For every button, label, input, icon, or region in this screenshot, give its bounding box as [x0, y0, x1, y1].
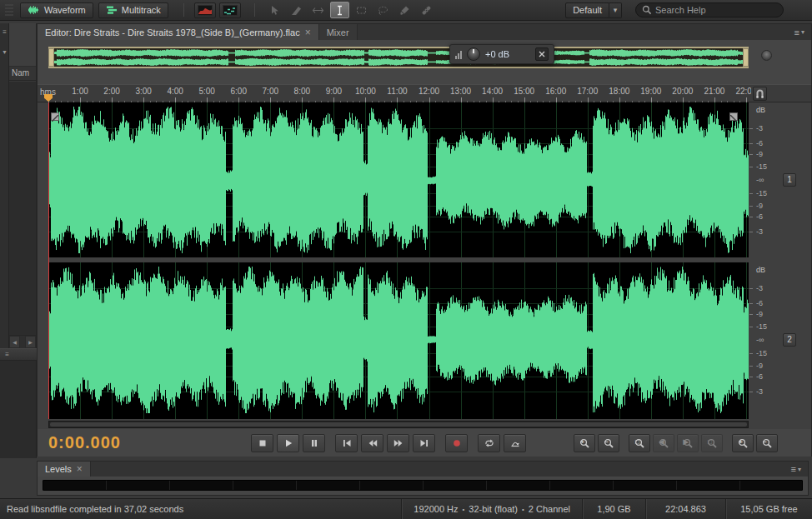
pause-button[interactable]: [303, 434, 325, 452]
mixer-tab-label: Mixer: [327, 27, 349, 37]
zoom-reset-button[interactable]: □: [701, 434, 723, 452]
move-tool[interactable]: [265, 2, 284, 18]
ruler-tick-label: 9:00: [326, 87, 342, 96]
editor-panel: Editor: Dire Straits - Dire Straits 1978…: [37, 23, 812, 457]
workspace-value: Default: [565, 2, 609, 18]
paintbrush-selection-tool[interactable]: [395, 2, 414, 18]
db-scale-label: -3: [756, 227, 763, 236]
channel-2-button[interactable]: 2: [783, 333, 796, 347]
db-scale-tick: [749, 232, 753, 232]
navigator-left-handle[interactable]: [48, 48, 54, 67]
levels-tab-bar: Levels × ≡▾: [38, 462, 808, 477]
skip-to-end-button[interactable]: [413, 434, 435, 452]
time-selection-tool-icon: [333, 4, 346, 17]
zoom-selection-out-button[interactable]: ▶: [677, 434, 699, 452]
tab-close-icon[interactable]: ×: [305, 28, 311, 37]
lasso-selection-tool-icon: [377, 4, 389, 17]
waveform-view-button[interactable]: Waveform: [20, 2, 93, 18]
db-scale-label: -15: [756, 189, 767, 197]
levels-tab[interactable]: Levels ×: [38, 462, 91, 477]
hud-dock-button[interactable]: [535, 47, 549, 61]
spot-healing-brush-tool-icon: [420, 4, 433, 17]
rewind-button[interactable]: [361, 434, 383, 452]
skip-to-start-button[interactable]: [335, 434, 358, 452]
mixer-tab[interactable]: Mixer: [319, 24, 358, 40]
loop-playback-button[interactable]: [478, 434, 500, 452]
navigator-right-handle[interactable]: [743, 48, 749, 67]
status-sample-rate: 192000 Hz: [414, 504, 458, 514]
zoom-in-time-button[interactable]: +: [574, 434, 595, 452]
fade-in-handle[interactable]: [51, 112, 59, 121]
db-scale-label: -15: [756, 349, 767, 357]
volume-knob[interactable]: [467, 47, 480, 61]
snap-toggle-button[interactable]: [753, 87, 767, 101]
zoom-in-amplitude-button[interactable]: +: [732, 434, 754, 452]
scrollbar-thumb[interactable]: [50, 422, 747, 427]
panel-menu-icon[interactable]: ≡: [0, 27, 9, 37]
stop-button[interactable]: [251, 434, 273, 452]
status-free-space: 15,05 GB free: [725, 499, 812, 519]
hud-volume-panel[interactable]: +0 dB: [449, 44, 554, 64]
play-button[interactable]: [277, 434, 299, 452]
zoom-out-amplitude-button[interactable]: −: [756, 434, 778, 452]
zoom-to-selection-button[interactable]: □: [629, 434, 650, 452]
fade-out-handle[interactable]: [729, 112, 738, 121]
ruler-tick-label: 15:00: [514, 87, 534, 96]
workspace-chevron-icon[interactable]: ▾: [609, 2, 622, 18]
scroll-right-icon[interactable]: ▶: [25, 336, 36, 348]
scroll-left-icon[interactable]: ◀: [9, 336, 20, 348]
slip-tool-icon: [312, 4, 324, 17]
workspace-selector[interactable]: Default ▾: [565, 2, 622, 18]
ruler-tick-label: 7:00: [263, 87, 278, 96]
record-button[interactable]: [445, 434, 468, 452]
horizontal-scrollbar[interactable]: [48, 421, 749, 428]
files-name-column-header[interactable]: Nam: [9, 67, 36, 81]
marquee-selection-tool[interactable]: [352, 2, 371, 18]
db-scale-tick: [749, 167, 753, 167]
ruler-tick-layer: 1:002:003:004:005:006:007:008:009:0010:0…: [38, 85, 751, 103]
files-hscrollbar[interactable]: ◀ ▶: [9, 335, 36, 348]
db-scale-label: -15: [756, 162, 767, 171]
toolbar-separator: [183, 3, 184, 17]
waveform-canvas[interactable]: [48, 102, 749, 419]
editor-tab[interactable]: Editor: Dire Straits - Dire Straits 1978…: [38, 24, 319, 40]
panel-menu-icon[interactable]: ≡: [3, 350, 12, 360]
waveform-button-label: Waveform: [44, 5, 86, 15]
search-box[interactable]: [635, 2, 784, 17]
levels-panel: Levels × ≡▾: [37, 461, 809, 496]
panel-menu-icon[interactable]: ≡▾: [788, 24, 811, 40]
collapse-panel-icon[interactable]: ▼: [0, 47, 9, 57]
db-scale-tick: [749, 154, 753, 155]
zoom-selection-in-button[interactable]: ◀: [653, 434, 674, 452]
razor-tool[interactable]: [287, 2, 306, 18]
time-selection-tool[interactable]: [330, 2, 349, 18]
razor-tool-icon: [290, 4, 303, 17]
time-display[interactable]: 0:00.000: [48, 433, 121, 452]
db-scale-label: -9: [756, 362, 763, 370]
levels-tab-close-icon[interactable]: ×: [77, 465, 83, 473]
navigator-options-icon[interactable]: [761, 50, 772, 61]
status-channels: 2 Channel: [529, 504, 570, 514]
db-scale-tick: [749, 206, 753, 207]
multitrack-view-button[interactable]: Multitrack: [98, 2, 168, 18]
spectral-frequency-button[interactable]: [194, 2, 216, 18]
zoom-out-time-button[interactable]: −: [598, 434, 619, 452]
ruler-tick-label: 21:00: [704, 87, 724, 96]
files-list[interactable]: [9, 82, 36, 335]
spot-healing-brush-tool[interactable]: [417, 2, 436, 18]
ruler-tick-label: 14:00: [482, 87, 503, 96]
timeline-ruler[interactable]: hms 1:002:003:004:005:006:007:008:009:00…: [38, 84, 811, 102]
fast-forward-button[interactable]: [387, 434, 409, 452]
slip-tool[interactable]: [308, 2, 328, 18]
zoom-navigator[interactable]: [48, 47, 749, 68]
db-scale-header: dB: [756, 106, 765, 114]
collapsed-panel-header[interactable]: ≡: [0, 348, 37, 361]
channel-1-button[interactable]: 1: [783, 173, 796, 187]
spectral-pitch-button[interactable]: [219, 2, 241, 18]
levels-panel-menu-icon[interactable]: ≡▾: [784, 462, 808, 477]
multitrack-icon: [106, 5, 118, 15]
move-tool-icon: [268, 4, 281, 17]
skip-selection-button[interactable]: [504, 434, 526, 452]
lasso-selection-tool[interactable]: [373, 2, 393, 18]
search-input[interactable]: [655, 5, 777, 15]
